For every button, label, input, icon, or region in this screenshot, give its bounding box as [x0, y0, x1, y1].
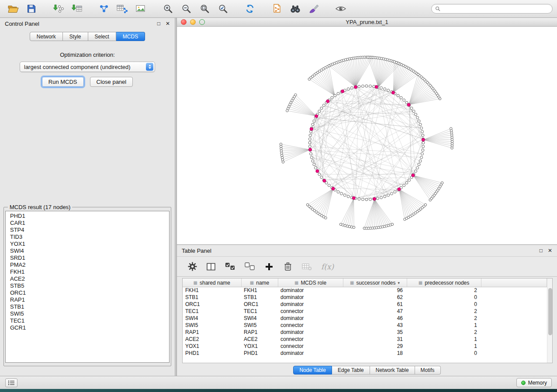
network-node[interactable] [380, 86, 383, 89]
create-column-button[interactable] [264, 260, 274, 273]
network-leaf-node[interactable] [367, 56, 370, 58]
mcds-dominator-node[interactable] [310, 127, 313, 131]
network-node[interactable] [408, 179, 411, 182]
network-node[interactable] [422, 149, 424, 151]
network-node[interactable] [318, 173, 321, 175]
network-node[interactable] [347, 195, 349, 198]
network-node[interactable] [311, 123, 314, 126]
table-scrollbar[interactable] [547, 279, 552, 363]
network-node[interactable] [311, 160, 314, 162]
new-network-button[interactable] [95, 1, 113, 16]
tab-network[interactable]: Network [30, 32, 63, 41]
show-columns-button[interactable] [206, 260, 216, 273]
apply-style-button[interactable] [305, 1, 322, 16]
mcds-result-item[interactable]: STP4 [10, 227, 169, 234]
open-session-button[interactable] [4, 1, 22, 16]
network-from-table-button[interactable] [114, 1, 131, 16]
tab-node-table[interactable]: Node Table [293, 366, 332, 375]
network-leaf-node[interactable] [286, 110, 289, 112]
network-node[interactable] [415, 113, 417, 116]
network-node[interactable] [310, 156, 313, 159]
table-row[interactable]: FKH1FKH1dominator962 [183, 287, 547, 294]
zoom-fit-button[interactable] [196, 1, 213, 16]
network-leaf-node[interactable] [393, 61, 396, 63]
network-node[interactable] [328, 184, 330, 187]
import-network-file-button[interactable] [50, 1, 67, 16]
network-node[interactable] [350, 86, 353, 89]
mcds-result-item[interactable]: PHD1 [10, 213, 169, 220]
mcds-dominator-node[interactable] [412, 174, 415, 177]
table-row[interactable]: RAP1RAP1dominator352 [183, 329, 547, 336]
network-node[interactable] [369, 198, 372, 201]
unselect-all-columns-button[interactable] [245, 260, 255, 273]
network-leaf-node[interactable] [281, 156, 284, 159]
export-image-button[interactable] [132, 1, 149, 16]
memory-button[interactable]: Memory [516, 378, 552, 387]
network-node[interactable] [421, 152, 424, 155]
network-node[interactable] [337, 191, 339, 193]
column-header-predecessor-nodes[interactable]: ▦predecessor nodes [407, 279, 481, 287]
network-node[interactable] [416, 117, 419, 119]
mcds-result-item[interactable]: SRD1 [10, 254, 169, 261]
network-leaf-node[interactable] [417, 73, 419, 76]
network-leaf-node[interactable] [391, 223, 394, 226]
network-node[interactable] [400, 96, 402, 99]
column-header-successor-nodes[interactable]: ▦successor nodes▾ [343, 279, 407, 287]
network-node[interactable] [384, 195, 386, 198]
mcds-dominator-node[interactable] [326, 100, 329, 103]
tab-edge-table[interactable]: Edge Table [332, 366, 370, 375]
close-panel-button[interactable]: Close panel [90, 77, 133, 87]
network-node[interactable] [334, 94, 336, 97]
mcds-result-item[interactable]: TID3 [10, 234, 169, 241]
table-row[interactable]: TEC1TEC1connector472 [183, 308, 547, 315]
network-node[interactable] [337, 92, 339, 95]
network-node[interactable] [418, 163, 420, 166]
table-row[interactable]: YOX1YOX1connector291 [183, 343, 547, 350]
network-node[interactable] [309, 134, 311, 137]
network-node[interactable] [391, 193, 393, 195]
network-node[interactable] [362, 85, 364, 87]
network-node[interactable] [358, 85, 360, 88]
network-node[interactable] [410, 107, 413, 110]
network-leaf-node[interactable] [441, 182, 443, 184]
table-row[interactable]: STB1STB1dominator620 [183, 294, 547, 301]
network-node[interactable] [405, 182, 408, 184]
network-node[interactable] [420, 156, 423, 159]
network-node[interactable] [403, 184, 405, 187]
network-node[interactable] [422, 145, 425, 148]
zoom-out-button[interactable] [177, 1, 195, 16]
mcds-dominator-node[interactable] [316, 169, 319, 172]
mcds-result-item[interactable]: STB1 [10, 303, 169, 310]
table-row[interactable]: ORC1ORC1dominator610 [183, 301, 547, 308]
table-row[interactable]: ACE2ACE2connector311 [183, 336, 547, 343]
network-node[interactable] [421, 131, 424, 133]
clone-network-button[interactable] [268, 1, 286, 16]
network-node[interactable] [365, 85, 368, 87]
network-node[interactable] [376, 197, 379, 200]
table-row[interactable]: SWI5SWI5connector431 [183, 322, 547, 329]
close-panel-icon[interactable]: ✕ [548, 248, 552, 253]
mcds-dominator-node[interactable] [315, 114, 318, 117]
network-visualization[interactable] [177, 27, 557, 244]
mcds-dominator-node[interactable] [407, 103, 410, 106]
network-node[interactable] [362, 198, 364, 201]
column-header-shared-name[interactable]: ▦shared name [183, 279, 241, 287]
delete-column-button[interactable] [283, 260, 293, 273]
mcds-dominator-node[interactable] [332, 187, 335, 190]
network-node[interactable] [318, 110, 321, 113]
network-node[interactable] [331, 96, 333, 99]
network-node[interactable] [310, 152, 312, 155]
function-builder-button[interactable]: f(x) [321, 260, 334, 273]
network-leaf-node[interactable] [424, 203, 427, 206]
network-node[interactable] [358, 198, 360, 200]
network-node[interactable] [397, 94, 399, 97]
mcds-result-item[interactable]: CAR1 [10, 220, 169, 227]
network-node[interactable] [419, 160, 422, 162]
network-node[interactable] [422, 141, 425, 144]
network-node[interactable] [420, 127, 423, 129]
optimization-criterion-select[interactable]: largest connected component (undirected) [20, 62, 155, 72]
table-settings-button[interactable] [187, 260, 197, 273]
mcds-dominator-node[interactable] [373, 197, 376, 200]
mcds-result-item[interactable]: ORC1 [10, 289, 169, 296]
network-leaf-node[interactable] [325, 217, 327, 219]
